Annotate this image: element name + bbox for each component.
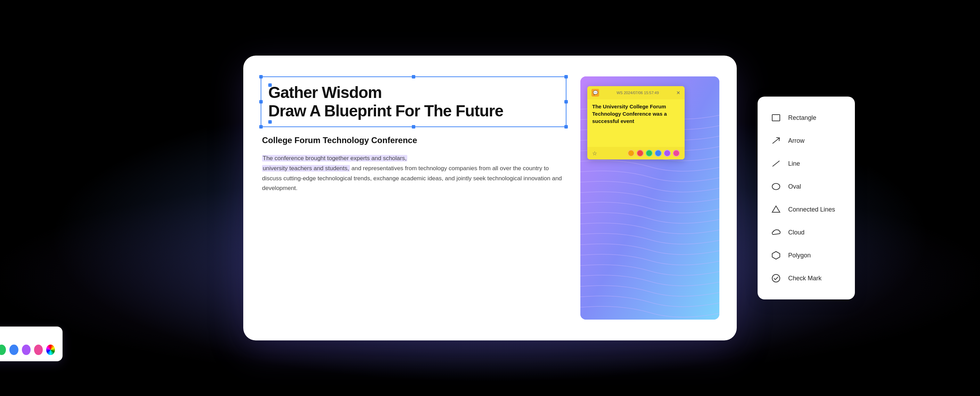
sticky-text: The University College Forum Technology … (592, 103, 680, 125)
handle-ml[interactable] (259, 100, 263, 103)
sdot-blue[interactable] (655, 150, 662, 157)
shape-label-oval: Oval (788, 183, 801, 190)
sticky-body: The University College Forum Technology … (587, 99, 685, 130)
highlight-picker-title: Highlight (0, 333, 55, 340)
main-title: Gather Wisdom Draw A Blueprint For The F… (268, 83, 559, 120)
document-subtitle: College Forum Technology Conference (262, 135, 566, 145)
handle-tm[interactable] (412, 75, 415, 78)
shape-label-check-mark: Check Mark (788, 275, 821, 282)
image-background: WS 2024/07/06 15:57:49 ✕ The University … (581, 76, 719, 320)
highlight-picker-card: Highlight (0, 326, 62, 361)
arrow-icon (770, 135, 782, 146)
svg-marker-5 (772, 206, 780, 212)
shape-item-polygon[interactable]: Polygon (767, 245, 845, 266)
title-selection-box: Gather Wisdom Draw A Blueprint For The F… (261, 76, 566, 127)
shape-label-polygon: Polygon (788, 252, 811, 259)
connected-lines-icon (770, 204, 782, 215)
sticky-close-button[interactable]: ✕ (676, 90, 681, 95)
handle-br[interactable] (564, 125, 568, 129)
rectangle-icon (770, 112, 782, 124)
title-line1: Gather Wisdom (268, 83, 382, 102)
oval-icon (770, 181, 782, 192)
sticky-header: WS 2024/07/06 15:57:49 ✕ (587, 86, 685, 99)
sdot-pink[interactable] (673, 150, 680, 157)
sticky-footer: ☆ (587, 147, 685, 159)
shape-label-arrow: Arrow (788, 137, 805, 145)
shape-item-connected-lines[interactable]: Connected Lines (767, 199, 845, 220)
color-purple[interactable] (22, 345, 30, 355)
body-text: The conference brought together experts … (262, 154, 565, 194)
main-card: Gather Wisdom Draw A Blueprint For The F… (243, 56, 737, 340)
shape-item-oval[interactable]: Oval (767, 176, 845, 197)
svg-marker-6 (772, 251, 780, 259)
sdot-orange[interactable] (628, 150, 635, 157)
svg-line-3 (773, 161, 780, 166)
handle-tr[interactable] (564, 75, 568, 78)
sdot-purple[interactable] (664, 150, 671, 157)
handle-tl[interactable] (259, 75, 263, 78)
line-icon (770, 158, 782, 170)
highlight-span-1: The conference brought together experts … (262, 155, 407, 162)
highlight-color-row (0, 345, 55, 355)
document-body: The conference brought together experts … (261, 154, 566, 194)
color-blue[interactable] (10, 345, 18, 355)
svg-point-7 (772, 274, 780, 282)
shape-label-line: Line (788, 160, 800, 167)
right-image-panel: WS 2024/07/06 15:57:49 ✕ The University … (581, 76, 719, 320)
title-line2: Draw A Blueprint For The Future (268, 102, 503, 120)
sticky-meta: WS 2024/07/06 15:57:49 (617, 91, 659, 95)
shape-label-connected-lines: Connected Lines (788, 206, 835, 213)
left-content: Gather Wisdom Draw A Blueprint For The F… (261, 76, 566, 320)
shape-item-line[interactable]: Line (767, 153, 845, 174)
color-green[interactable] (0, 345, 6, 355)
shape-panel: Rectangle Arrow Line (757, 97, 855, 299)
shape-label-cloud: Cloud (788, 229, 805, 236)
sdot-red[interactable] (636, 150, 644, 157)
sticky-star-icon[interactable]: ☆ (592, 150, 597, 157)
svg-point-4 (772, 183, 780, 190)
shape-label-rectangle: Rectangle (788, 114, 816, 122)
cloud-icon (770, 226, 782, 238)
handle-bm[interactable] (412, 125, 415, 129)
shape-item-cloud[interactable]: Cloud (767, 222, 845, 243)
sticky-spacer (587, 130, 685, 147)
handle-mr[interactable] (564, 100, 568, 103)
color-pink[interactable] (34, 345, 43, 355)
check-mark-icon (770, 272, 782, 284)
svg-rect-1 (772, 115, 780, 121)
color-rainbow[interactable] (46, 345, 55, 355)
main-wrapper: 💬 Highlight (0, 0, 980, 396)
highlight-span-2: university teachers and students, (262, 165, 350, 172)
shape-item-arrow[interactable]: Arrow (767, 130, 845, 151)
sticky-color-row (628, 150, 680, 157)
sticky-icon (592, 89, 599, 97)
sdot-green[interactable] (646, 150, 653, 157)
shape-item-check-mark[interactable]: Check Mark (767, 267, 845, 289)
shape-item-rectangle[interactable]: Rectangle (767, 107, 845, 129)
svg-line-2 (773, 138, 780, 143)
sticky-note: WS 2024/07/06 15:57:49 ✕ The University … (587, 86, 685, 159)
polygon-icon (770, 250, 782, 261)
handle-bl[interactable] (259, 125, 263, 129)
